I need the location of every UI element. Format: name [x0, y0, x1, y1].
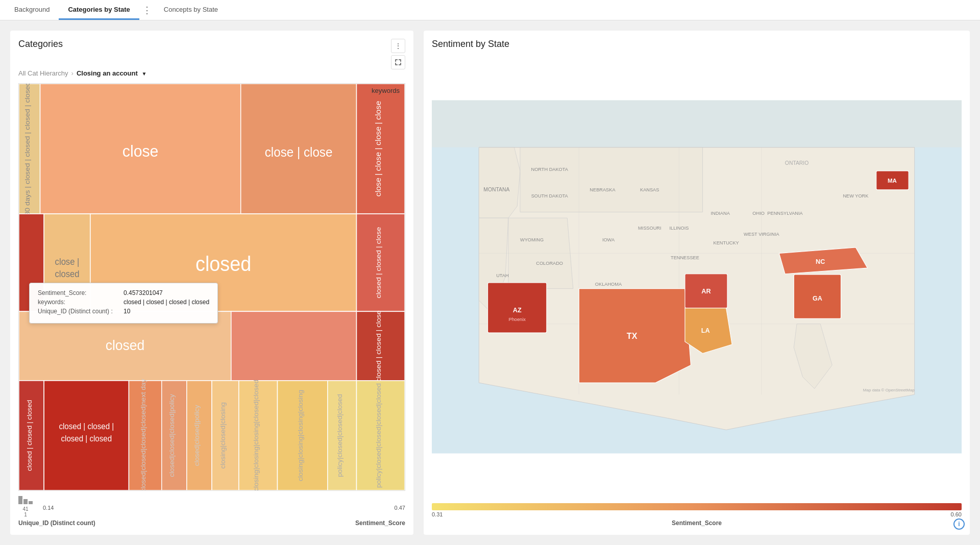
- svg-text:closed | closed: closed | closed: [61, 434, 112, 443]
- legend-bar-large: [18, 496, 22, 504]
- x-axis-label: Unique_ID (Distinct count): [18, 519, 95, 527]
- tab-categories-by-state[interactable]: Categories by State: [59, 1, 139, 20]
- svg-text:closed|closed|closed|closed|ne: closed|closed|closed|closed|next day: [139, 379, 147, 490]
- legend-bar-small: [29, 501, 33, 504]
- legend-bar-medium: [23, 499, 28, 504]
- legend-color-section: 0.14 0.47: [43, 503, 405, 511]
- svg-text:closed: closed: [55, 269, 79, 279]
- left-panel: Categories ⋮ All Cat Hierarchy › Closing…: [10, 31, 413, 535]
- svg-text:close | close | close | close: close | close | close | close: [374, 101, 382, 197]
- svg-text:AZ: AZ: [513, 307, 522, 314]
- svg-text:COLORADO: COLORADO: [536, 261, 563, 266]
- expand-button[interactable]: [391, 55, 405, 69]
- breadcrumb-separator: ›: [71, 69, 74, 77]
- svg-text:LA: LA: [701, 327, 710, 334]
- map-legend-gradient: [432, 503, 962, 510]
- svg-text:ONTARIO: ONTARIO: [785, 160, 809, 166]
- svg-text:MONTANA: MONTANA: [483, 187, 509, 192]
- legend-size: 41 1: [18, 496, 33, 517]
- more-options-button[interactable]: ⋮: [391, 39, 405, 53]
- svg-text:policy|closed|closed|closed|cl: policy|closed|closed|closed|closed: [375, 383, 382, 488]
- tooltip: Sentiment_Score: 0.4573201047 keywords: …: [29, 283, 218, 324]
- svg-text:closing|closed|closing: closing|closed|closing: [219, 402, 227, 468]
- svg-rect-43: [432, 101, 962, 147]
- svg-text:NEBRASKA: NEBRASKA: [590, 187, 616, 192]
- legend-color-min: 0.14: [43, 505, 54, 511]
- svg-text:closed: closed: [106, 337, 144, 353]
- panel-title: Categories: [18, 39, 63, 49]
- svg-text:close: close: [122, 142, 159, 161]
- svg-text:AR: AR: [701, 288, 710, 295]
- tooltip-keywords-label: keywords:: [38, 299, 119, 306]
- breadcrumb-root[interactable]: All Cat Hierarchy: [18, 69, 68, 77]
- svg-text:closed|closed|closed|policy: closed|closed|closed|policy: [168, 394, 176, 477]
- map-legend: 0.31 0.60 Sentiment_Score: [432, 503, 962, 527]
- legend-labels: 0.14 0.47: [43, 505, 405, 511]
- tooltip-sentiment-label: Sentiment_Score:: [38, 289, 119, 296]
- legend-section: 41 1 0.14 0.47: [18, 496, 405, 517]
- svg-text:OKLAHOMA: OKLAHOMA: [595, 282, 622, 287]
- svg-text:closed | closed | closed: closed | closed | closed: [26, 400, 33, 471]
- panel-actions: ⋮: [391, 39, 405, 69]
- svg-text:NC: NC: [816, 258, 825, 265]
- tooltip-sentiment-value: 0.4573201047: [124, 289, 163, 296]
- svg-text:NORTH DAKOTA: NORTH DAKOTA: [531, 167, 568, 172]
- tooltip-uniqueid-row: Unique_ID (Distinct count) : 10: [38, 308, 209, 315]
- svg-text:30 days | closed | closed | cl: 30 days | closed | closed | closed | clo…: [23, 84, 31, 216]
- tooltip-uniqueid-label: Unique_ID (Distinct count) :: [38, 308, 119, 315]
- svg-text:TX: TX: [627, 331, 638, 340]
- svg-text:ILLINOIS: ILLINOIS: [669, 226, 689, 231]
- map-legend-max: 0.60: [951, 511, 962, 517]
- svg-text:NEW YORK: NEW YORK: [843, 193, 869, 199]
- svg-text:Phoenix: Phoenix: [509, 317, 526, 322]
- svg-text:close |: close |: [55, 257, 80, 266]
- y-axis-label: Sentiment_Score: [355, 519, 405, 527]
- svg-text:KANSAS: KANSAS: [640, 187, 659, 192]
- breadcrumb-current[interactable]: Closing an account ▼: [77, 69, 146, 77]
- svg-text:MISSOURI: MISSOURI: [638, 226, 662, 231]
- map-svg[interactable]: MONTANA NORTH DAKOTA SOUTH DAKOTA NEBRAS…: [432, 56, 962, 498]
- main-content: Categories ⋮ All Cat Hierarchy › Closing…: [0, 20, 980, 545]
- tooltip-keywords-row: keywords: closed | closed | closed | clo…: [38, 299, 209, 306]
- tab-concepts-by-state[interactable]: Concepts by State: [155, 1, 227, 20]
- tab-background[interactable]: Background: [5, 1, 59, 20]
- tabs-bar: Background Categories by State ⋮ Concept…: [0, 0, 980, 20]
- svg-text:closed: closed: [195, 253, 251, 275]
- map-container[interactable]: MONTANA NORTH DAKOTA SOUTH DAKOTA NEBRAS…: [432, 56, 962, 498]
- tooltip-keywords-value: closed | closed | closed | closed: [124, 299, 209, 306]
- svg-text:closed|closed|policy: closed|closed|policy: [193, 405, 201, 466]
- treemap-keyword-label: keywords: [372, 87, 400, 94]
- svg-text:WEST VIRGINIA: WEST VIRGINIA: [744, 232, 779, 237]
- svg-rect-18: [231, 311, 357, 380]
- map-legend-labels: 0.31 0.60: [432, 511, 962, 517]
- svg-text:closing|closing|closing|closed: closing|closing|closing|closed|closed: [252, 380, 260, 490]
- map-legend-min: 0.31: [432, 511, 443, 517]
- svg-text:closing|closing|closing|closin: closing|closing|closing|closing: [297, 390, 304, 481]
- axes-labels: Unique_ID (Distinct count) Sentiment_Sco…: [18, 519, 405, 527]
- svg-text:closed | closed |: closed | closed |: [59, 422, 114, 431]
- legend-size-bars: [18, 496, 33, 504]
- treemap-container[interactable]: keywords 30 days | closed | closed | clo…: [18, 83, 405, 491]
- svg-text:IOWA: IOWA: [602, 237, 615, 242]
- svg-text:WYOMING: WYOMING: [520, 237, 544, 242]
- svg-text:closed | closed | close: closed | closed | close: [374, 310, 382, 382]
- svg-text:UTAH: UTAH: [496, 273, 508, 278]
- right-panel: Sentiment by State: [424, 31, 970, 535]
- svg-text:closed | closed | close: closed | closed | close: [374, 227, 382, 299]
- legend-color-max: 0.47: [395, 505, 405, 511]
- svg-text:SOUTH DAKOTA: SOUTH DAKOTA: [531, 193, 569, 199]
- svg-text:GA: GA: [813, 295, 822, 302]
- legend-size-max: 41: [22, 506, 28, 512]
- tooltip-sentiment-row: Sentiment_Score: 0.4573201047: [38, 289, 209, 296]
- panel-header: Categories ⋮: [18, 39, 405, 69]
- info-button[interactable]: i: [953, 518, 965, 530]
- tab-more-icon[interactable]: ⋮: [139, 1, 155, 20]
- map-panel-title: Sentiment by State: [432, 39, 962, 49]
- svg-text:KENTUCKY: KENTUCKY: [714, 240, 739, 245]
- svg-text:TENNESSEE: TENNESSEE: [671, 255, 699, 260]
- svg-text:MA: MA: [888, 178, 897, 184]
- svg-text:OHIO: OHIO: [752, 211, 765, 216]
- svg-text:policy|closed|closed|closed: policy|closed|closed|closed: [336, 394, 344, 477]
- svg-text:PENNSYLVANIA: PENNSYLVANIA: [767, 211, 803, 216]
- legend-size-min: 1: [24, 512, 27, 517]
